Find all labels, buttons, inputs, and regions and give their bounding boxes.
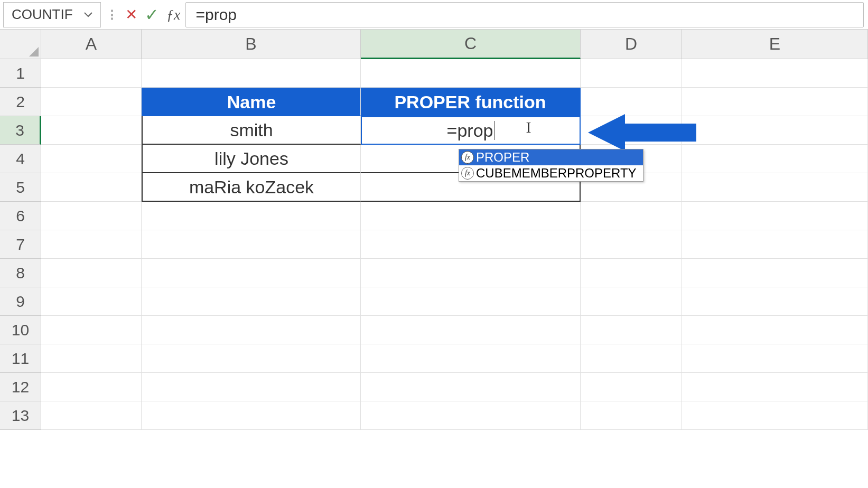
cell-D1[interactable] [581, 59, 682, 88]
cell-B10[interactable] [142, 316, 361, 344]
cell-E13[interactable] [682, 401, 868, 430]
cell-D6[interactable] [581, 202, 682, 230]
cancel-icon[interactable]: ✕ [125, 6, 137, 23]
cell-C8[interactable] [361, 259, 581, 287]
cell-B1[interactable] [142, 59, 361, 88]
cell-C12[interactable] [361, 373, 581, 401]
text-cursor-icon: I [526, 118, 531, 136]
cell-B6[interactable] [142, 202, 361, 230]
row-header-11[interactable]: 11 [0, 344, 41, 373]
grid-row-12 [41, 373, 868, 401]
cell-E6[interactable] [682, 202, 868, 230]
cell-B13[interactable] [142, 401, 361, 430]
cell-C2[interactable]: PROPER function [361, 88, 581, 116]
cell-B5[interactable]: maRia koZacek [142, 173, 361, 202]
col-header-C[interactable]: C [361, 30, 581, 59]
col-header-D[interactable]: D [581, 30, 682, 59]
cell-D13[interactable] [581, 401, 682, 430]
cell-E5[interactable] [682, 173, 868, 202]
cell-A10[interactable] [41, 316, 142, 344]
cell-A13[interactable] [41, 401, 142, 430]
cell-E3[interactable] [682, 116, 868, 145]
cell-E2[interactable] [682, 88, 868, 116]
grid-row-2: Name PROPER function [41, 88, 868, 116]
cell-A7[interactable] [41, 230, 142, 259]
col-header-B[interactable]: B [142, 30, 361, 59]
grid-row-5: maRia koZacek [41, 173, 868, 202]
cell-C6[interactable] [361, 202, 581, 230]
cell-B4[interactable]: lily Jones [142, 145, 361, 173]
cell-D12[interactable] [581, 373, 682, 401]
cell-C10[interactable] [361, 316, 581, 344]
select-all-corner[interactable] [0, 30, 41, 59]
row-header-10[interactable]: 10 [0, 316, 41, 344]
cell-A4[interactable] [41, 145, 142, 173]
cell-E11[interactable] [682, 344, 868, 373]
cell-C13[interactable] [361, 401, 581, 430]
row-header-12[interactable]: 12 [0, 373, 41, 401]
cell-B11[interactable] [142, 344, 361, 373]
row-header-1[interactable]: 1 [0, 59, 41, 88]
cell-E1[interactable] [682, 59, 868, 88]
cell-E12[interactable] [682, 373, 868, 401]
name-box-value: COUNTIF [12, 6, 73, 23]
cell-C3[interactable]: =prop I [361, 116, 581, 145]
row-header-13[interactable]: 13 [0, 401, 41, 430]
row-headers: 1 2 3 4 5 6 7 8 9 10 11 12 13 [0, 59, 41, 430]
cell-A1[interactable] [41, 59, 142, 88]
row-header-7[interactable]: 7 [0, 230, 41, 259]
col-header-E[interactable]: E [682, 30, 868, 59]
name-box[interactable]: COUNTIF [3, 2, 101, 27]
row-header-3[interactable]: 3 [0, 116, 41, 145]
cell-D8[interactable] [581, 259, 682, 287]
grid-row-11 [41, 344, 868, 373]
cell-E8[interactable] [682, 259, 868, 287]
cell-B8[interactable] [142, 259, 361, 287]
cell-A3[interactable] [41, 116, 142, 145]
formula-input[interactable]: =prop [185, 2, 864, 27]
cell-B3[interactable]: smith [142, 116, 361, 145]
function-icon[interactable]: ƒx [166, 6, 180, 23]
cell-A12[interactable] [41, 373, 142, 401]
grid-row-3: smith =prop I [41, 116, 868, 145]
cell-C11[interactable] [361, 344, 581, 373]
row-header-6[interactable]: 6 [0, 202, 41, 230]
cell-B2[interactable]: Name [142, 88, 361, 116]
autocomplete-item-proper[interactable]: fx PROPER [459, 149, 643, 165]
autocomplete-item-cubememberproperty[interactable]: fx CUBEMEMBERPROPERTY [459, 165, 643, 181]
grid-rows: Name PROPER function smith =prop I [41, 59, 868, 430]
cell-A5[interactable] [41, 173, 142, 202]
cell-E7[interactable] [682, 230, 868, 259]
grid-row-6 [41, 202, 868, 230]
row-header-8[interactable]: 8 [0, 259, 41, 287]
cell-D10[interactable] [581, 316, 682, 344]
cell-E10[interactable] [682, 316, 868, 344]
cell-E4[interactable] [682, 145, 868, 173]
formula-controls: ⋮ ✕ ✓ ƒx [101, 0, 185, 29]
chevron-down-icon[interactable] [84, 11, 92, 19]
row-header-5[interactable]: 5 [0, 173, 41, 202]
cell-C1[interactable] [361, 59, 581, 88]
cell-D11[interactable] [581, 344, 682, 373]
autocomplete-label: PROPER [476, 150, 529, 165]
cell-D9[interactable] [581, 287, 682, 316]
cell-E9[interactable] [682, 287, 868, 316]
col-header-A[interactable]: A [41, 30, 142, 59]
cell-C9[interactable] [361, 287, 581, 316]
cell-B9[interactable] [142, 287, 361, 316]
cell-A2[interactable] [41, 88, 142, 116]
cell-A8[interactable] [41, 259, 142, 287]
cell-B12[interactable] [142, 373, 361, 401]
cell-value: =prop [447, 120, 493, 141]
cell-C7[interactable] [361, 230, 581, 259]
row-header-4[interactable]: 4 [0, 145, 41, 173]
cell-B7[interactable] [142, 230, 361, 259]
enter-icon[interactable]: ✓ [145, 5, 159, 25]
cell-D7[interactable] [581, 230, 682, 259]
grid-row-4: lily Jones [41, 145, 868, 173]
row-header-9[interactable]: 9 [0, 287, 41, 316]
cell-A11[interactable] [41, 344, 142, 373]
cell-A9[interactable] [41, 287, 142, 316]
cell-A6[interactable] [41, 202, 142, 230]
row-header-2[interactable]: 2 [0, 88, 41, 116]
